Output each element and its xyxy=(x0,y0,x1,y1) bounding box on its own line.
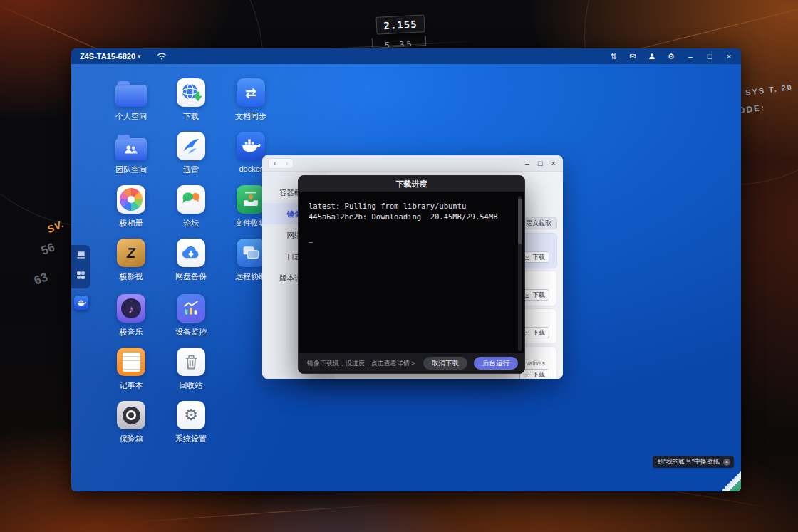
app-xunlei[interactable]: 迅雷 xyxy=(161,132,221,185)
team-folder-icon xyxy=(115,138,147,160)
app-label: 记事本 xyxy=(120,380,143,391)
nav-pill: ‹ › xyxy=(268,158,294,169)
app-label: 论坛 xyxy=(183,218,199,229)
app-label: 极相册 xyxy=(120,218,143,229)
app-label: 下载 xyxy=(183,111,199,122)
settings-gear-icon: ⚙ xyxy=(177,401,205,429)
music-note-icon: ♪ xyxy=(117,294,145,323)
folder-icon xyxy=(115,85,147,107)
app-team-space[interactable]: 团队空间 xyxy=(101,132,161,185)
remote-screens-icon xyxy=(237,239,265,267)
globe-download-icon xyxy=(177,78,205,107)
modal-buttons: 取消下载 后台运行 xyxy=(423,357,518,370)
nav-forward-icon[interactable]: › xyxy=(286,159,289,168)
transfer-tasks-icon[interactable]: ⇅ xyxy=(608,51,618,61)
terminal-output: latest: Pulling from library/ubuntu 445a… xyxy=(299,192,524,353)
app-label: 网盘备份 xyxy=(175,271,207,282)
photos-flower-icon xyxy=(117,185,145,214)
bg-counter-frame: 5 35 xyxy=(372,36,427,48)
bg-counter-badge: 2.155 xyxy=(375,14,425,35)
apps-grid-icon[interactable] xyxy=(76,270,86,283)
gear-icon[interactable]: ⚙ xyxy=(666,51,676,61)
app-personal-space[interactable]: 个人空间 xyxy=(101,78,161,132)
docker-window-controls: – □ × xyxy=(525,159,556,167)
app-label: 保险箱 xyxy=(120,434,143,444)
app-label: 系统设置 xyxy=(175,434,207,444)
mail-icon[interactable]: ✉ xyxy=(628,51,638,61)
app-label: 团队空间 xyxy=(115,165,147,175)
minimize-button[interactable]: – xyxy=(685,51,695,61)
app-label: 文档同步 xyxy=(235,111,266,122)
desktop-apps-grid: 个人空间 下载 ⇄ 文档同步 xyxy=(101,78,281,292)
run-in-background-button[interactable]: 后台运行 xyxy=(474,357,518,370)
app-device-monitor[interactable]: 设备监控 xyxy=(161,294,221,348)
side-dock xyxy=(71,245,90,310)
app-system-settings[interactable]: ⚙ 系统设置 xyxy=(161,401,221,454)
desktop-apps-grid-2: ♪ 极音乐 设备监控 记事本 xyxy=(101,294,221,454)
terminal-scrollbar-thumb[interactable] xyxy=(518,199,522,244)
bg-circuit-line xyxy=(128,504,398,523)
close-button[interactable]: × xyxy=(724,51,734,61)
wallpaper-toast: 到"我的账号"中换壁纸 × xyxy=(653,456,734,468)
chevron-down-icon: ▾ xyxy=(138,53,141,60)
chat-bubbles-icon xyxy=(177,185,205,214)
docker-close-button[interactable]: × xyxy=(551,159,556,167)
bg-mark-63: 63 xyxy=(32,270,50,288)
desktop-topbar: Z4S-TA15-6820 ▾ ⇅ ✉ ⚙ xyxy=(71,48,741,64)
docker-titlebar: ‹ › – □ × xyxy=(262,155,563,172)
terminal-line: latest: Pulling from library/ubuntu xyxy=(309,202,466,210)
maximize-button[interactable]: □ xyxy=(705,51,715,61)
dock-panel xyxy=(71,245,90,288)
device-name-label: Z4S-TA15-6820 xyxy=(80,52,135,61)
safe-dial-icon xyxy=(117,401,145,429)
modal-title: 下载进度 xyxy=(299,176,524,192)
docker-minimize-button[interactable]: – xyxy=(525,159,529,167)
device-name-menu[interactable]: Z4S-TA15-6820 ▾ xyxy=(80,52,141,61)
remote-device-icon[interactable] xyxy=(76,250,87,263)
app-notepad[interactable]: 记事本 xyxy=(101,348,161,401)
thunder-bird-icon xyxy=(177,132,205,160)
app-photos[interactable]: 极相册 xyxy=(101,185,161,239)
app-label: 极影视 xyxy=(120,271,143,282)
app-label: 个人空间 xyxy=(115,111,147,122)
app-download[interactable]: 下载 xyxy=(161,78,221,132)
cancel-download-button[interactable]: 取消下载 xyxy=(423,357,467,370)
bg-mark-56: 56 xyxy=(39,240,57,259)
slow-download-hint-link[interactable]: 镜像下载慢，没进度，点击查看详情 > xyxy=(307,359,415,368)
app-doc-sync[interactable]: ⇄ 文档同步 xyxy=(221,78,281,132)
app-music[interactable]: ♪ 极音乐 xyxy=(101,294,161,348)
sync-arrows-icon: ⇄ xyxy=(237,78,265,107)
wallpaper-page-curl[interactable] xyxy=(721,471,741,491)
terminal-cursor: _ xyxy=(309,234,313,242)
app-label: docker xyxy=(239,165,262,173)
download-progress-modal: 下载进度 latest: Pulling from library/ubuntu… xyxy=(298,175,525,374)
app-safe-box[interactable]: 保险箱 xyxy=(101,401,161,454)
monitor-chart-icon xyxy=(177,294,205,323)
image-card-description: vatives. xyxy=(526,360,546,367)
wifi-icon[interactable] xyxy=(157,52,167,61)
docker-maximize-button[interactable]: □ xyxy=(538,159,543,167)
toast-close-icon[interactable]: × xyxy=(723,459,730,466)
docker-whale-icon xyxy=(237,132,265,160)
modal-footer: 镜像下载慢，没进度，点击查看详情 > 取消下载 后台运行 xyxy=(299,353,524,373)
app-label: 迅雷 xyxy=(183,165,199,175)
inbox-tray-icon xyxy=(237,185,265,214)
topbar-actions: ⇅ ✉ ⚙ – □ × xyxy=(608,51,734,61)
nav-back-icon[interactable]: ‹ xyxy=(274,159,276,168)
terminal-line: 445a6a12be2b: Downloading 20.45MB/29.54M… xyxy=(309,212,498,221)
user-icon[interactable] xyxy=(647,51,657,61)
app-label: 回收站 xyxy=(180,380,203,391)
app-forum[interactable]: 论坛 xyxy=(161,185,221,239)
dock-docker-icon[interactable] xyxy=(74,296,88,310)
notepad-icon xyxy=(117,348,145,376)
app-movies[interactable]: Z 极影视 xyxy=(101,239,161,292)
background: 2.155 5 35 SV. 56 63 SYS T. 20 ODE: Z4S-… xyxy=(0,0,798,532)
app-cloud-backup[interactable]: 网盘备份 xyxy=(161,239,221,292)
app-label: 设备监控 xyxy=(175,327,207,338)
app-label: 极音乐 xyxy=(120,327,143,338)
cloud-download-icon xyxy=(177,239,205,267)
movies-logo-icon: Z xyxy=(117,239,145,267)
trash-icon xyxy=(177,348,205,376)
app-recycle-bin[interactable]: 回收站 xyxy=(161,348,221,401)
toast-text: 到"我的账号"中换壁纸 xyxy=(658,457,720,466)
